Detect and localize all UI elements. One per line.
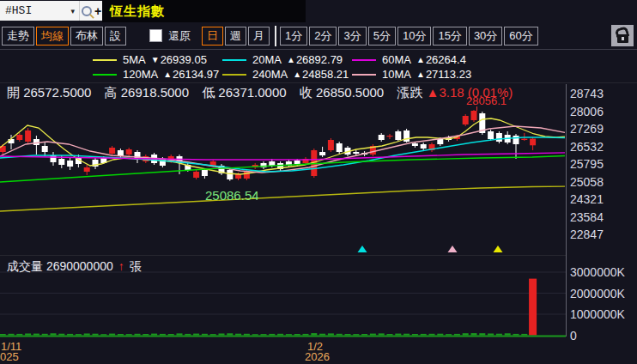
- low-value: 26371.0000: [218, 85, 286, 100]
- close-label: 收: [300, 85, 312, 100]
- high-label: 高: [105, 85, 118, 100]
- svg-text:26532: 26532: [570, 140, 604, 154]
- svg-text:22847: 22847: [570, 228, 604, 241]
- trading-app-window: #HSI ▾ + 恆生指數 走勢 均線 布林 設 還原 日 週 月 1分 2分 …: [0, 0, 637, 364]
- volume-readout: 成交量 2690000000 ↑ 張: [7, 259, 142, 275]
- svg-text:25058: 25058: [570, 175, 604, 189]
- high-price-annotation: 28056.1: [466, 94, 507, 107]
- high-value: 26918.5000: [121, 85, 189, 100]
- open-value: 26572.5000: [23, 85, 91, 100]
- svg-text:23584: 23584: [570, 210, 604, 224]
- svg-text:2000000K: 2000000K: [570, 287, 626, 300]
- candlestick-chart[interactable]: 2874328006272692653225795250582432123584…: [0, 0, 637, 364]
- up-arrow-icon: ↑: [117, 259, 126, 273]
- svg-text:28006: 28006: [570, 105, 604, 118]
- svg-text:1000000K: 1000000K: [570, 307, 626, 321]
- ohlc-readout: 開 26572.5000 高 26918.5000 低 26371.0000 收…: [7, 85, 522, 101]
- svg-text:0: 0: [570, 329, 577, 343]
- volume-value: 2690000000: [46, 259, 113, 273]
- open-label: 開: [7, 85, 20, 100]
- svg-text:25795: 25795: [570, 157, 604, 171]
- svg-text:24321: 24321: [570, 192, 604, 206]
- close-value: 26850.5000: [316, 85, 384, 100]
- low-label: 低: [202, 85, 215, 100]
- svg-text:27269: 27269: [570, 122, 604, 136]
- svg-text:28743: 28743: [570, 87, 604, 100]
- volume-unit: 張: [130, 259, 142, 273]
- low-price-annotation: 25086.54: [205, 188, 259, 203]
- svg-text:3000000K: 3000000K: [570, 265, 626, 279]
- x-axis-year: 2026: [305, 350, 330, 363]
- x-axis-year: 025: [0, 350, 19, 363]
- volume-label: 成交量: [7, 259, 43, 273]
- change-label: 漲跌: [397, 85, 422, 100]
